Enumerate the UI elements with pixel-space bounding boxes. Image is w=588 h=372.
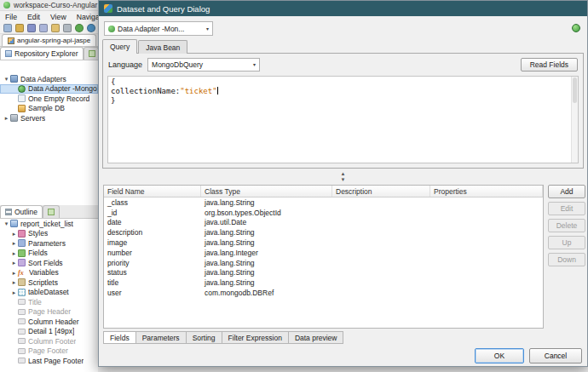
column-header-properties[interactable]: Properties bbox=[430, 186, 543, 197]
outline-item-title[interactable]: Title bbox=[0, 297, 98, 307]
field-name-cell: _id bbox=[104, 209, 201, 217]
ok-button[interactable]: OK bbox=[475, 348, 524, 363]
collapse-arrow-icon[interactable]: ▾ bbox=[3, 75, 10, 83]
down-button[interactable]: Down bbox=[548, 253, 585, 266]
variables-icon: fx bbox=[18, 269, 26, 277]
repo-item-servers[interactable]: ▸Servers bbox=[0, 113, 98, 123]
repo-item-sample-db[interactable]: Sample DB bbox=[0, 104, 98, 114]
table-row[interactable]: datejava.util.Date bbox=[104, 218, 543, 228]
table-row[interactable]: imagejava.lang.String bbox=[104, 238, 543, 248]
styles-icon bbox=[18, 230, 26, 238]
sash-collapse-up-icon[interactable] bbox=[341, 171, 346, 177]
table-row[interactable]: _classjava.lang.String bbox=[104, 197, 543, 208]
band-icon bbox=[18, 338, 26, 344]
outline-item-label: Column Header bbox=[28, 318, 79, 326]
table-row[interactable]: numberjava.lang.Integer bbox=[104, 248, 543, 258]
tab-fields[interactable]: Fields bbox=[103, 331, 136, 344]
menu-edit[interactable]: Edit bbox=[22, 11, 45, 22]
outline-item-report-ticket-list[interactable]: ▾report_ticket_list bbox=[0, 219, 98, 229]
outline-item-label: report_ticket_list bbox=[20, 220, 73, 228]
fields-icon bbox=[18, 249, 26, 257]
outline-item-fields[interactable]: ▸Fields bbox=[0, 249, 98, 259]
tab-repository-explorer[interactable]: Repository Explorer bbox=[0, 47, 84, 60]
class-type-cell: org.bson.types.ObjectId bbox=[201, 209, 332, 217]
up-button[interactable]: Up bbox=[548, 236, 585, 249]
tab-project-explorer-partial[interactable] bbox=[84, 47, 98, 60]
tab-outline[interactable]: Outline bbox=[0, 205, 43, 218]
tab-data-preview[interactable]: Data preview bbox=[289, 331, 344, 344]
query-scrollbar[interactable] bbox=[571, 77, 578, 163]
chevron-down-icon bbox=[206, 26, 209, 31]
run-icon[interactable] bbox=[75, 24, 84, 32]
expand-arrow-icon[interactable]: ▸ bbox=[10, 289, 18, 296]
tab-parameters[interactable]: Parameters bbox=[136, 331, 187, 344]
tab-sorting[interactable]: Sorting bbox=[187, 331, 222, 344]
outline-item-parameters[interactable]: ▸Parameters bbox=[0, 238, 98, 249]
menu-view[interactable]: View bbox=[45, 11, 72, 22]
outline-item-last-page-footer[interactable]: Last Page Footer bbox=[0, 356, 98, 366]
edit-button[interactable]: Edit bbox=[548, 202, 585, 215]
splitter-sash[interactable] bbox=[99, 170, 587, 183]
sash-collapse-down-icon[interactable] bbox=[341, 177, 346, 183]
collapse-arrow-icon[interactable]: ▾ bbox=[3, 220, 10, 227]
expand-arrow-icon[interactable]: ▸ bbox=[10, 239, 18, 247]
language-combo[interactable]: MongoDbQuery bbox=[147, 58, 260, 72]
outline-item-tabledataset[interactable]: ▸tableDataset bbox=[0, 288, 98, 298]
repo-item-data-adapters[interactable]: ▾Data Adapters bbox=[0, 74, 98, 84]
folder-icon[interactable] bbox=[51, 24, 60, 32]
expand-arrow-icon[interactable]: ▸ bbox=[10, 259, 18, 266]
band-icon bbox=[18, 358, 26, 363]
save-all-icon[interactable] bbox=[39, 24, 48, 32]
expand-arrow-icon[interactable]: ▸ bbox=[10, 230, 18, 238]
table-row[interactable]: statusjava.lang.String bbox=[104, 268, 543, 278]
editor-tab[interactable]: angular-spring-api-jaspe bbox=[2, 34, 96, 46]
outline-item-detail-1-49px[interactable]: Detail 1 [49px] bbox=[0, 327, 98, 337]
repo-item-data-adapter-mongod[interactable]: Data Adapter -MongoD bbox=[0, 84, 98, 94]
new-report-wizard-icon[interactable] bbox=[15, 24, 24, 32]
scrollbar-thumb[interactable] bbox=[573, 77, 577, 103]
print-icon[interactable] bbox=[63, 24, 72, 32]
column-header-description[interactable]: Description bbox=[332, 186, 430, 197]
field-name-cell: image bbox=[104, 238, 201, 247]
read-fields-button[interactable]: Read Fields bbox=[521, 58, 578, 72]
expand-arrow-icon[interactable]: ▸ bbox=[3, 114, 10, 122]
dialog-titlebar[interactable]: Dataset and Query Dialog bbox=[99, 1, 587, 16]
report-icon bbox=[10, 220, 18, 227]
column-header-field-name[interactable]: Field Name bbox=[104, 186, 201, 197]
table-row[interactable]: priorityjava.lang.String bbox=[104, 258, 543, 268]
tab-secondary-partial[interactable] bbox=[43, 205, 60, 218]
expand-arrow-icon[interactable]: ▸ bbox=[10, 249, 18, 257]
column-header-class-type[interactable]: Class Type bbox=[201, 186, 332, 197]
outline-item-column-footer[interactable]: Column Footer bbox=[0, 336, 98, 346]
workspace-switcher-icon[interactable] bbox=[3, 24, 12, 32]
outline-item-page-footer[interactable]: Page Footer bbox=[0, 346, 98, 357]
tab-query[interactable]: Query bbox=[102, 39, 137, 54]
query-editor[interactable]: { collectionName:"ticket" } bbox=[107, 76, 579, 163]
add-button[interactable]: Add bbox=[548, 185, 585, 198]
tab-java-bean[interactable]: Java Bean bbox=[138, 40, 187, 54]
table-row[interactable]: descriptionjava.lang.String bbox=[104, 227, 543, 238]
outline-item-styles[interactable]: ▸Styles bbox=[0, 229, 98, 239]
tab-filter-expression[interactable]: Filter Expression bbox=[222, 331, 289, 344]
save-icon[interactable] bbox=[27, 24, 36, 32]
repo-item-one-empty-record[interactable]: One Empty Record bbox=[0, 94, 98, 104]
publish-icon[interactable] bbox=[87, 24, 95, 32]
table-row[interactable]: titlejava.lang.String bbox=[104, 278, 543, 288]
outline-item-variables[interactable]: ▸fxVariables bbox=[0, 268, 98, 278]
outline-item-sort-fields[interactable]: ▸Sort Fields bbox=[0, 258, 98, 268]
outline-item-page-header[interactable]: Page Header bbox=[0, 307, 98, 318]
table-row[interactable]: _idorg.bson.types.ObjectId bbox=[104, 208, 543, 218]
menu-file[interactable]: File bbox=[0, 11, 22, 22]
outline-item-label: Parameters bbox=[28, 239, 66, 248]
cancel-button[interactable]: Cancel bbox=[529, 348, 582, 363]
new-data-adapter-icon[interactable] bbox=[572, 24, 580, 32]
table-row[interactable]: usercom.mongodb.DBRef bbox=[104, 288, 543, 298]
outline-item-column-header[interactable]: Column Header bbox=[0, 317, 98, 327]
delete-button[interactable]: Delete bbox=[548, 219, 585, 232]
outline-tab-label: Outline bbox=[14, 208, 37, 216]
outline-item-label: Detail 1 [49px] bbox=[28, 327, 74, 335]
expand-arrow-icon[interactable]: ▸ bbox=[10, 278, 18, 286]
expand-arrow-icon[interactable]: ▸ bbox=[10, 269, 18, 277]
outline-item-scriptlets[interactable]: ▸Scriptlets bbox=[0, 278, 98, 288]
data-adapter-combo[interactable]: Data Adapter -Mon... bbox=[104, 21, 213, 36]
